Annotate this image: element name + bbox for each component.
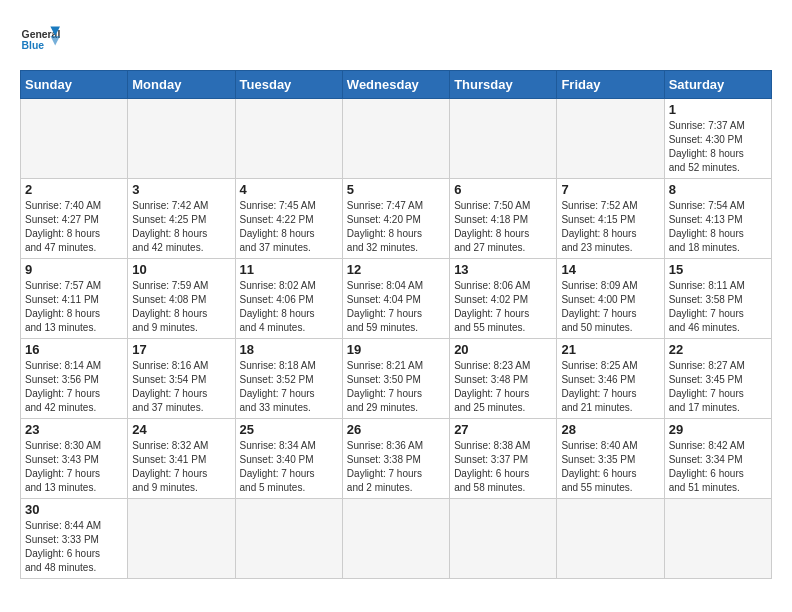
day-info: Sunrise: 8:11 AM Sunset: 3:58 PM Dayligh… (669, 279, 767, 335)
day-number: 17 (132, 342, 230, 357)
day-info: Sunrise: 8:34 AM Sunset: 3:40 PM Dayligh… (240, 439, 338, 495)
day-header-monday: Monday (128, 71, 235, 99)
calendar-cell: 25Sunrise: 8:34 AM Sunset: 3:40 PM Dayli… (235, 419, 342, 499)
calendar-cell (21, 99, 128, 179)
day-header-sunday: Sunday (21, 71, 128, 99)
calendar-cell: 23Sunrise: 8:30 AM Sunset: 3:43 PM Dayli… (21, 419, 128, 499)
day-info: Sunrise: 8:27 AM Sunset: 3:45 PM Dayligh… (669, 359, 767, 415)
week-row-5: 23Sunrise: 8:30 AM Sunset: 3:43 PM Dayli… (21, 419, 772, 499)
calendar-cell (128, 99, 235, 179)
day-info: Sunrise: 7:45 AM Sunset: 4:22 PM Dayligh… (240, 199, 338, 255)
day-info: Sunrise: 8:18 AM Sunset: 3:52 PM Dayligh… (240, 359, 338, 415)
day-number: 13 (454, 262, 552, 277)
calendar-cell (235, 499, 342, 579)
day-info: Sunrise: 8:42 AM Sunset: 3:34 PM Dayligh… (669, 439, 767, 495)
day-info: Sunrise: 8:09 AM Sunset: 4:00 PM Dayligh… (561, 279, 659, 335)
day-info: Sunrise: 7:54 AM Sunset: 4:13 PM Dayligh… (669, 199, 767, 255)
calendar-cell: 26Sunrise: 8:36 AM Sunset: 3:38 PM Dayli… (342, 419, 449, 499)
day-info: Sunrise: 7:37 AM Sunset: 4:30 PM Dayligh… (669, 119, 767, 175)
day-number: 19 (347, 342, 445, 357)
day-number: 6 (454, 182, 552, 197)
calendar-cell: 9Sunrise: 7:57 AM Sunset: 4:11 PM Daylig… (21, 259, 128, 339)
calendar-cell (557, 499, 664, 579)
day-number: 23 (25, 422, 123, 437)
calendar-cell: 20Sunrise: 8:23 AM Sunset: 3:48 PM Dayli… (450, 339, 557, 419)
day-info: Sunrise: 7:42 AM Sunset: 4:25 PM Dayligh… (132, 199, 230, 255)
day-info: Sunrise: 7:47 AM Sunset: 4:20 PM Dayligh… (347, 199, 445, 255)
calendar-cell: 18Sunrise: 8:18 AM Sunset: 3:52 PM Dayli… (235, 339, 342, 419)
calendar-cell (557, 99, 664, 179)
week-row-1: 1Sunrise: 7:37 AM Sunset: 4:30 PM Daylig… (21, 99, 772, 179)
calendar-cell: 6Sunrise: 7:50 AM Sunset: 4:18 PM Daylig… (450, 179, 557, 259)
calendar-cell: 10Sunrise: 7:59 AM Sunset: 4:08 PM Dayli… (128, 259, 235, 339)
day-info: Sunrise: 8:40 AM Sunset: 3:35 PM Dayligh… (561, 439, 659, 495)
day-info: Sunrise: 8:32 AM Sunset: 3:41 PM Dayligh… (132, 439, 230, 495)
svg-text:Blue: Blue (22, 40, 45, 51)
day-number: 1 (669, 102, 767, 117)
day-header-tuesday: Tuesday (235, 71, 342, 99)
day-info: Sunrise: 7:52 AM Sunset: 4:15 PM Dayligh… (561, 199, 659, 255)
week-row-6: 30Sunrise: 8:44 AM Sunset: 3:33 PM Dayli… (21, 499, 772, 579)
week-row-3: 9Sunrise: 7:57 AM Sunset: 4:11 PM Daylig… (21, 259, 772, 339)
day-info: Sunrise: 8:04 AM Sunset: 4:04 PM Dayligh… (347, 279, 445, 335)
day-number: 21 (561, 342, 659, 357)
day-info: Sunrise: 8:44 AM Sunset: 3:33 PM Dayligh… (25, 519, 123, 575)
logo: General Blue (20, 20, 60, 60)
calendar-cell: 3Sunrise: 7:42 AM Sunset: 4:25 PM Daylig… (128, 179, 235, 259)
day-number: 3 (132, 182, 230, 197)
week-row-4: 16Sunrise: 8:14 AM Sunset: 3:56 PM Dayli… (21, 339, 772, 419)
calendar-table: SundayMondayTuesdayWednesdayThursdayFrid… (20, 70, 772, 579)
day-number: 26 (347, 422, 445, 437)
day-number: 10 (132, 262, 230, 277)
day-info: Sunrise: 8:30 AM Sunset: 3:43 PM Dayligh… (25, 439, 123, 495)
day-number: 8 (669, 182, 767, 197)
day-number: 15 (669, 262, 767, 277)
day-info: Sunrise: 7:40 AM Sunset: 4:27 PM Dayligh… (25, 199, 123, 255)
calendar-cell (342, 499, 449, 579)
day-number: 29 (669, 422, 767, 437)
calendar-cell: 8Sunrise: 7:54 AM Sunset: 4:13 PM Daylig… (664, 179, 771, 259)
calendar-header: SundayMondayTuesdayWednesdayThursdayFrid… (21, 71, 772, 99)
calendar-cell: 29Sunrise: 8:42 AM Sunset: 3:34 PM Dayli… (664, 419, 771, 499)
day-info: Sunrise: 8:02 AM Sunset: 4:06 PM Dayligh… (240, 279, 338, 335)
day-number: 30 (25, 502, 123, 517)
day-number: 24 (132, 422, 230, 437)
day-info: Sunrise: 8:36 AM Sunset: 3:38 PM Dayligh… (347, 439, 445, 495)
calendar-cell (450, 499, 557, 579)
calendar-cell: 15Sunrise: 8:11 AM Sunset: 3:58 PM Dayli… (664, 259, 771, 339)
day-info: Sunrise: 8:23 AM Sunset: 3:48 PM Dayligh… (454, 359, 552, 415)
calendar-cell: 5Sunrise: 7:47 AM Sunset: 4:20 PM Daylig… (342, 179, 449, 259)
day-number: 20 (454, 342, 552, 357)
calendar-cell: 7Sunrise: 7:52 AM Sunset: 4:15 PM Daylig… (557, 179, 664, 259)
calendar-cell: 27Sunrise: 8:38 AM Sunset: 3:37 PM Dayli… (450, 419, 557, 499)
day-number: 28 (561, 422, 659, 437)
day-number: 7 (561, 182, 659, 197)
svg-marker-3 (50, 36, 60, 46)
calendar-cell: 22Sunrise: 8:27 AM Sunset: 3:45 PM Dayli… (664, 339, 771, 419)
calendar-cell: 30Sunrise: 8:44 AM Sunset: 3:33 PM Dayli… (21, 499, 128, 579)
logo-icon: General Blue (20, 20, 60, 60)
header: General Blue (20, 20, 772, 60)
day-info: Sunrise: 8:14 AM Sunset: 3:56 PM Dayligh… (25, 359, 123, 415)
day-number: 27 (454, 422, 552, 437)
day-info: Sunrise: 7:57 AM Sunset: 4:11 PM Dayligh… (25, 279, 123, 335)
day-header-thursday: Thursday (450, 71, 557, 99)
calendar-cell: 16Sunrise: 8:14 AM Sunset: 3:56 PM Dayli… (21, 339, 128, 419)
calendar-cell: 28Sunrise: 8:40 AM Sunset: 3:35 PM Dayli… (557, 419, 664, 499)
day-number: 18 (240, 342, 338, 357)
calendar-cell: 17Sunrise: 8:16 AM Sunset: 3:54 PM Dayli… (128, 339, 235, 419)
day-number: 9 (25, 262, 123, 277)
day-info: Sunrise: 8:21 AM Sunset: 3:50 PM Dayligh… (347, 359, 445, 415)
calendar-cell (128, 499, 235, 579)
day-number: 16 (25, 342, 123, 357)
calendar-cell: 12Sunrise: 8:04 AM Sunset: 4:04 PM Dayli… (342, 259, 449, 339)
calendar-body: 1Sunrise: 7:37 AM Sunset: 4:30 PM Daylig… (21, 99, 772, 579)
calendar-cell: 13Sunrise: 8:06 AM Sunset: 4:02 PM Dayli… (450, 259, 557, 339)
day-header-saturday: Saturday (664, 71, 771, 99)
calendar-cell: 2Sunrise: 7:40 AM Sunset: 4:27 PM Daylig… (21, 179, 128, 259)
calendar-cell: 24Sunrise: 8:32 AM Sunset: 3:41 PM Dayli… (128, 419, 235, 499)
day-number: 2 (25, 182, 123, 197)
calendar-cell: 14Sunrise: 8:09 AM Sunset: 4:00 PM Dayli… (557, 259, 664, 339)
day-info: Sunrise: 8:25 AM Sunset: 3:46 PM Dayligh… (561, 359, 659, 415)
calendar-cell: 1Sunrise: 7:37 AM Sunset: 4:30 PM Daylig… (664, 99, 771, 179)
